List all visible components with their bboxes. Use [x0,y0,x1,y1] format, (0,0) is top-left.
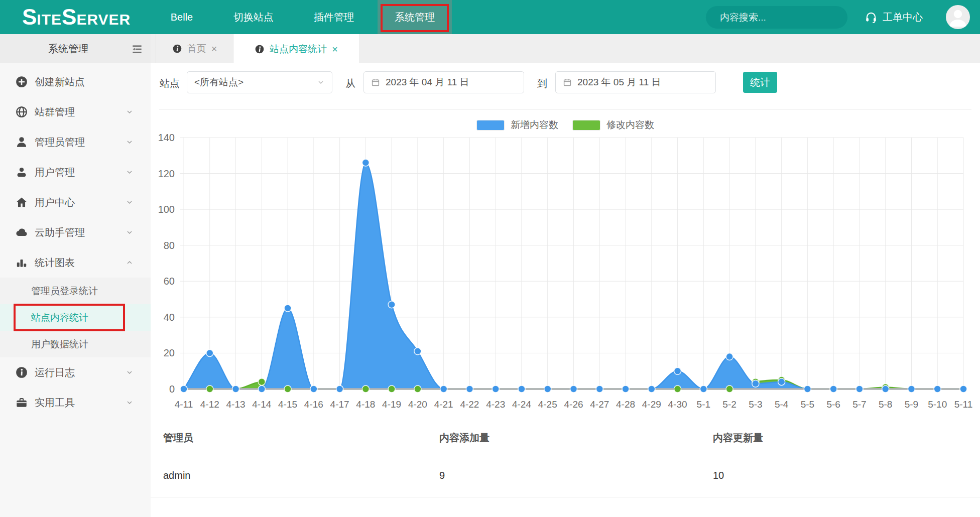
filter-bar: 站点 <所有站点> 从 2023 年 04 月 11 日 到 [151,63,980,109]
x-axis-label: 4-22 [460,399,479,410]
data-point[interactable] [362,159,369,166]
sidebar-item-site-group[interactable]: 站群管理 [0,97,151,127]
search-input[interactable] [719,12,844,24]
data-point[interactable] [674,385,681,393]
nav-item-plugin-management[interactable]: 插件管理 [304,0,364,34]
data-point[interactable] [388,301,395,308]
chevron-down-icon [126,108,134,116]
data-point[interactable] [596,385,603,393]
data-point[interactable] [882,385,889,393]
data-point[interactable] [856,385,863,393]
data-point[interactable] [518,385,525,393]
x-axis-label: 5-3 [749,399,762,410]
data-point[interactable] [648,385,655,393]
data-point[interactable] [492,385,499,393]
sidebar-subitem-user-data-stats[interactable]: 用户数据统计 [0,331,151,357]
site-select[interactable]: <所有站点> [187,71,332,93]
data-point[interactable] [570,385,577,393]
data-point[interactable] [284,305,291,312]
sidebar-subitem-admin-login-stats[interactable]: 管理员登录统计 [0,278,151,304]
x-axis-label: 4-30 [668,399,687,410]
ticket-center[interactable]: 工单中心 [865,0,923,34]
sidebar-item-user-center[interactable]: 用户中心 [0,187,151,217]
main-content: 站点 <所有站点> 从 2023 年 04 月 11 日 到 [151,63,980,517]
from-date-value: 2023 年 04 月 11 日 [386,76,469,89]
data-point[interactable] [726,385,733,393]
data-point[interactable] [466,385,473,393]
data-point[interactable] [726,353,733,360]
from-date-input[interactable]: 2023 年 04 月 11 日 [363,71,524,93]
data-point[interactable] [414,385,421,393]
tab-label: 站点内容统计 [270,43,327,56]
site-select-value: <所有站点> [194,76,317,89]
tab-label: 首页 [187,42,206,55]
tab-home[interactable]: 首页 × [156,34,233,63]
nav-item-switch-site[interactable]: 切换站点 [223,0,284,34]
data-point[interactable] [310,385,317,393]
statistics-button[interactable]: 统计 [743,72,777,93]
chevron-down-icon [126,138,134,146]
plus-circle-icon [15,75,28,88]
collapse-menu-icon[interactable] [131,43,144,56]
close-icon[interactable]: × [332,44,338,54]
sidebar-item-create-site[interactable]: 创建新站点 [0,67,151,97]
table-header-content-added: 内容添加量 [439,431,489,445]
data-point[interactable] [180,385,187,393]
x-axis-label: 4-14 [252,399,271,410]
data-point[interactable] [960,385,967,393]
data-point[interactable] [414,348,421,355]
data-point[interactable] [934,385,941,393]
data-point[interactable] [362,385,369,393]
data-point[interactable] [700,385,707,393]
sidebar-item-cloud-assistant[interactable]: 云助手管理 [0,217,151,247]
data-point[interactable] [258,385,265,393]
content-added-value: 9 [439,469,445,481]
tab-site-content-stats[interactable]: 站点内容统计 × [233,34,359,64]
nav-item-belle[interactable]: Belle [157,0,207,34]
x-axis-label: 5-9 [905,399,918,410]
to-date-input[interactable]: 2023 年 05 月 11 日 [555,71,716,93]
data-point[interactable] [830,385,837,393]
x-axis-label: 4-11 [175,399,193,410]
chevron-up-icon [126,258,134,267]
sidebar-item-user-management[interactable]: 用户管理 [0,157,151,187]
sidebar-item-label: 运行日志 [35,366,126,379]
sidebar-item-admin-management[interactable]: 管理员管理 [0,127,151,157]
x-axis-label: 4-19 [382,399,401,410]
siteserver-logo[interactable]: SITESERVER [22,0,131,34]
data-point[interactable] [388,385,395,393]
close-icon[interactable]: × [211,44,217,54]
logo-part: ERVER [76,10,131,30]
data-point[interactable] [544,385,551,393]
calendar-icon [371,78,380,87]
data-point[interactable] [674,367,681,374]
admin-link[interactable]: admin [163,469,190,481]
nav-item-system-management[interactable]: 系统管理 [378,0,452,34]
x-axis-label: 4-17 [330,399,349,410]
sidebar-subitem-site-content-stats[interactable]: 站点内容统计 [0,304,151,331]
content-search [706,6,847,29]
sidebar-item-label: 用户管理 [35,166,126,179]
data-point[interactable] [778,378,785,385]
data-point[interactable] [232,385,239,393]
logo-part: ITE [37,10,62,30]
sidebar-item-run-logs[interactable]: 运行日志 [0,357,151,387]
table-header-row: 管理员 内容添加量 内容更新量 [151,423,980,453]
sidebar-item-utilities[interactable]: 实用工具 [0,387,151,418]
data-point[interactable] [804,385,811,393]
data-point[interactable] [284,385,291,393]
x-axis-label: 4-21 [434,399,453,410]
data-point[interactable] [622,385,629,393]
data-point[interactable] [206,349,213,356]
data-point[interactable] [908,385,915,393]
data-point[interactable] [258,378,265,385]
x-axis-label: 4-15 [278,399,297,410]
data-point[interactable] [336,385,343,393]
data-point[interactable] [206,385,213,393]
data-point[interactable] [752,380,759,387]
sidebar-item-statistics-charts[interactable]: 统计图表 [0,247,151,278]
avatar[interactable] [946,5,970,29]
tab-bar: 首页 × 站点内容统计 × [151,34,980,63]
area-chart[interactable]: 0204060801001201404-114-124-134-144-154-… [151,113,980,415]
data-point[interactable] [440,385,447,393]
